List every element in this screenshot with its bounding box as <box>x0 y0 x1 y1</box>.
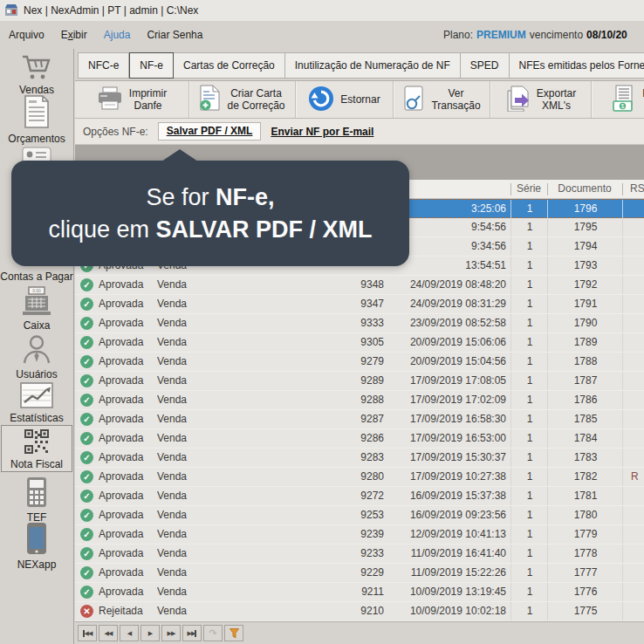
sidebar-item-contas-a-pagar[interactable]: Contas a Pagar <box>0 271 73 283</box>
table-row[interactable]: ✓AprovadaVenda928317/09/2019 15:30:37117… <box>75 449 644 468</box>
date-cell: 20/09/2019 15:04:56 <box>367 353 506 371</box>
tab-cartas-de-correcao[interactable]: Cartas de Correção <box>174 52 285 79</box>
send-nf-email-link[interactable]: Enviar NF por E-mail <box>271 126 373 138</box>
sidebar-item-nexapp[interactable]: NEXapp <box>0 522 73 571</box>
sidebar-item-nota-fiscal[interactable]: Nota Fiscal <box>0 428 73 470</box>
date-cell: 24/09/2019 08:48:20 <box>367 276 506 294</box>
document-number-cell: 1791 <box>547 295 623 313</box>
sidebar-item-tef[interactable]: TEF <box>0 476 73 524</box>
column-header-extra[interactable]: RS <box>622 182 644 195</box>
table-row[interactable]: ✓AprovadaVenda928817/09/2019 17:02:09117… <box>75 391 644 410</box>
extra-cell <box>622 545 644 563</box>
criar-carta-button[interactable]: Criar Cartade Correção <box>189 81 296 118</box>
exportar-xml-button[interactable]: ExportarXML's <box>490 81 592 118</box>
sidebar-item-orcamentos[interactable]: Orçamentos <box>0 94 73 145</box>
extra-cell <box>622 218 644 236</box>
save-pdf-xml-link[interactable]: Salvar PDF / XML <box>158 122 262 140</box>
serie-cell: 1 <box>510 487 548 505</box>
column-header-serie[interactable]: Série <box>510 182 547 195</box>
tab-inutilizacao[interactable]: Inutilização de Numeração de NF <box>285 52 461 79</box>
menu-item-exibir[interactable]: Exibir <box>61 29 87 41</box>
coachmark-tooltip: Se for NF-e, clique em SALVAR PDF / XML <box>11 161 409 266</box>
main-content: NFC-eNF-eCartas de CorreçãoInutilização … <box>75 49 644 644</box>
toolbar-button-label: ExportarXML's <box>537 87 576 112</box>
document-number-cell: 1776 <box>547 583 623 601</box>
sidebar-item-label: Estatísticas <box>0 413 73 424</box>
approved-check-icon: ✓ <box>80 586 93 599</box>
extra-cell <box>622 295 644 313</box>
tab-sped[interactable]: SPED <box>461 52 510 79</box>
type-cell: Venda <box>157 314 187 332</box>
table-row[interactable]: ✓AprovadaVenda923912/09/2019 10:41:13117… <box>75 525 644 545</box>
imprimir-danfe-button[interactable]: ImprimirDanfe <box>75 81 189 118</box>
extra-cell: R <box>622 468 644 486</box>
table-row[interactable]: ✓AprovadaVenda922911/09/2019 15:22:26117… <box>75 564 644 583</box>
sidebar-item-vendas[interactable]: Vendas <box>0 54 73 96</box>
sidebar-item-estatisticas[interactable]: Estatísticas <box>0 382 73 424</box>
table-row[interactable]: ✓AprovadaVenda928917/09/2019 17:08:05117… <box>75 372 644 391</box>
cart-icon <box>0 54 73 83</box>
estornar-button[interactable]: Estornar <box>296 81 394 118</box>
table-row[interactable]: ✓AprovadaVenda933323/09/2019 08:52:58117… <box>75 314 644 333</box>
table-row[interactable]: ✓AprovadaVenda934824/09/2019 08:48:20117… <box>75 276 644 295</box>
table-row[interactable]: ✓AprovadaVenda928617/09/2019 16:53:00117… <box>75 429 644 449</box>
table-row[interactable]: ✓AprovadaVenda934724/09/2019 08:31:29117… <box>75 295 644 314</box>
serie-cell: 1 <box>510 564 548 582</box>
date-cell: 10/09/2019 13:19:45 <box>367 583 506 601</box>
extra-cell <box>622 429 644 448</box>
document-money-icon: $ <box>612 85 636 114</box>
last-button[interactable]: ▶▶ <box>182 625 202 641</box>
approved-check-icon: ✓ <box>80 374 93 387</box>
menu-item-arquivo[interactable]: Arquivo <box>9 29 45 41</box>
plan-info: Plano: PREMIUM vencimento 08/10/20 <box>443 21 644 49</box>
serie-cell: 1 <box>510 391 548 409</box>
documentos-emitidos-button[interactable]: $DocumentosEmitidos <box>592 81 644 118</box>
menu-item-ajuda[interactable]: Ajuda <box>104 29 131 41</box>
approved-check-icon: ✓ <box>80 528 93 541</box>
table-row[interactable]: ✓AprovadaVenda921110/09/2019 13:19:45117… <box>75 583 644 602</box>
type-cell: Venda <box>157 429 187 448</box>
type-cell: Venda <box>157 525 187 544</box>
refresh-button[interactable]: ↷ <box>203 625 223 641</box>
next-page-button[interactable]: ▶▶ <box>161 625 181 641</box>
table-row[interactable]: ✓AprovadaVenda925316/09/2019 09:23:56117… <box>75 506 644 525</box>
sidebar-item-usuarios[interactable]: Usuários <box>0 333 73 380</box>
approved-check-icon: ✓ <box>80 336 93 349</box>
status-cell: Aprovada <box>99 564 143 582</box>
table-row[interactable]: ✕RejeitadaVenda921010/09/2019 10:02:1811… <box>75 602 644 621</box>
first-button[interactable]: ◀◀ <box>78 625 97 641</box>
date-cell: 16/09/2019 09:23:56 <box>367 506 506 524</box>
sidebar-item-caixa[interactable]: 0.00Caixa <box>0 286 73 332</box>
tab-nfc-e[interactable]: NFC-e <box>78 52 129 79</box>
next-button[interactable]: ▶ <box>140 625 160 641</box>
extra-cell <box>622 200 644 218</box>
serie-cell: 1 <box>510 545 548 563</box>
table-row[interactable]: ✓AprovadaVenda927920/09/2019 15:04:56117… <box>75 353 644 372</box>
table-row[interactable]: ✓AprovadaVenda930520/09/2019 15:06:06117… <box>75 333 644 353</box>
table-row[interactable]: ✓AprovadaVenda928717/09/2019 16:58:30117… <box>75 410 644 429</box>
prev-button[interactable]: ◀ <box>120 625 139 641</box>
toolbar: ImprimirDanfeCriar Cartade CorreçãoEstor… <box>75 80 644 119</box>
extra-cell <box>622 410 644 428</box>
status-cell: Aprovada <box>99 506 143 524</box>
menu-item-criar-senha[interactable]: Criar Senha <box>147 29 202 41</box>
prev-page-button[interactable]: ◀◀ <box>99 625 118 641</box>
tab-nf-e[interactable]: NF-e <box>129 52 174 79</box>
column-header-documento[interactable]: Documento <box>547 182 622 195</box>
serie-cell: 1 <box>510 218 548 236</box>
extra-cell <box>622 353 644 371</box>
table-row[interactable]: ✓AprovadaVenda928017/09/2019 10:27:38117… <box>75 468 644 487</box>
date-cell: 23/09/2019 08:52:58 <box>367 314 506 332</box>
serie-cell: 1 <box>510 314 548 332</box>
table-row[interactable]: ✓AprovadaVenda927216/09/2019 15:37:38117… <box>75 487 644 506</box>
tab-nfes-fornecedores[interactable]: NFEs emitidas pelos Fornecedores <box>510 52 644 79</box>
type-cell: Venda <box>157 506 187 524</box>
table-row[interactable]: ✓AprovadaVenda923311/09/2019 16:41:40117… <box>75 545 644 564</box>
toolbar-button-label: Criar Cartade Correção <box>227 87 284 112</box>
extra-cell <box>622 525 644 544</box>
filter-button[interactable] <box>224 625 243 641</box>
app-icon <box>4 3 18 19</box>
approved-check-icon: ✓ <box>80 490 93 503</box>
ver-transacao-button[interactable]: VerTransação <box>394 81 490 118</box>
type-cell: Venda <box>157 276 187 294</box>
